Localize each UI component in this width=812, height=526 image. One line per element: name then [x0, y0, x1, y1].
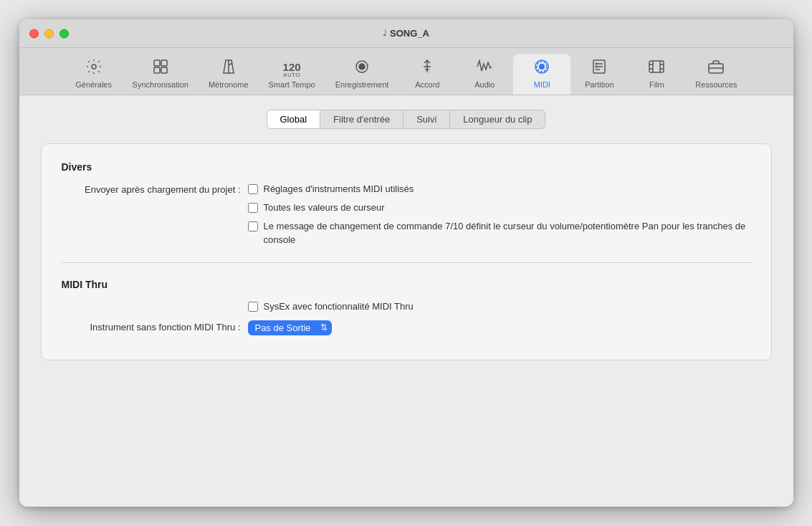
tuner-icon — [419, 58, 436, 78]
toolbar-item-ressources[interactable]: Ressources — [685, 54, 747, 95]
checkbox-row-3: Le message de changement de commande 7/1… — [248, 220, 751, 246]
main-window: ♩ SONG_A Générales — [19, 19, 793, 507]
instrument-dropdown-row: Pas de Sortie Sortie 1 Sortie 2 ⇅ — [248, 320, 332, 335]
toolbar-label-accord: Accord — [415, 80, 439, 89]
tab-suivi[interactable]: Suivi — [403, 110, 450, 129]
toolbar: Générales Synchronisation — [19, 48, 793, 95]
midi-icon — [533, 58, 550, 78]
metronome-icon — [220, 58, 237, 78]
checkbox-row-1: Réglages d'instruments MIDI utilisés — [248, 183, 751, 196]
sysex-checkbox-row: SysEx avec fonctionnalité MIDI Thru — [248, 300, 414, 313]
toolbar-label-ressources: Ressources — [695, 80, 737, 89]
instrument-thru-content: Pas de Sortie Sortie 1 Sortie 2 ⇅ — [248, 320, 332, 335]
sheet-icon — [591, 58, 608, 78]
toolbar-label-film: Film — [649, 80, 664, 89]
toolbar-item-midi[interactable]: MIDI — [513, 54, 570, 95]
gear-icon — [85, 58, 102, 78]
traffic-lights — [29, 29, 69, 38]
svg-point-8 — [359, 64, 365, 70]
divers-title: Divers — [62, 161, 751, 173]
sysex-row: SysEx avec fonctionnalité MIDI Thru — [62, 300, 751, 313]
audio-icon — [476, 58, 493, 78]
divers-checkboxes: Réglages d'instruments MIDI utilisés Tou… — [248, 183, 751, 247]
smart-tempo-icon: 120 AUTO — [283, 62, 301, 78]
toolbar-item-metronome[interactable]: Métronome — [199, 54, 259, 95]
tab-bar: Global Filtre d'entrée Suivi Longueur du… — [41, 110, 772, 129]
checkbox-commande-label: Le message de changement de commande 7/1… — [264, 220, 751, 246]
titlebar: ♩ SONG_A — [19, 19, 793, 48]
checkbox-row-2: Toutes les valeurs de curseur — [248, 201, 751, 214]
toolbar-label-audio: Audio — [474, 80, 495, 89]
svg-point-10 — [539, 64, 545, 70]
section-divider — [62, 262, 751, 263]
svg-point-17 — [596, 66, 598, 68]
midi-thru-title: MIDI Thru — [62, 279, 751, 290]
film-icon — [648, 58, 665, 78]
checkbox-curseurs-label: Toutes les valeurs de curseur — [264, 201, 385, 214]
instrument-thru-row: Instrument sans fonction MIDI Thru : Pas… — [62, 320, 751, 335]
tab-suivi-label: Suivi — [416, 114, 436, 125]
toolbar-item-smart-tempo[interactable]: 120 AUTO Smart Tempo — [259, 57, 325, 95]
send-label: Envoyer après chargement du projet : — [62, 183, 248, 195]
window-title: ♩ SONG_A — [383, 28, 429, 39]
toolbar-item-synchronisation[interactable]: Synchronisation — [123, 54, 199, 95]
record-icon — [353, 58, 371, 78]
toolbar-item-partition[interactable]: Partition — [570, 54, 628, 95]
minimize-button[interactable] — [44, 29, 54, 38]
toolbar-label-partition: Partition — [585, 80, 613, 89]
svg-rect-3 — [154, 67, 160, 73]
title-text: SONG_A — [390, 28, 429, 39]
checkbox-instruments-label: Réglages d'instruments MIDI utilisés — [264, 183, 414, 196]
instrument-thru-label: Instrument sans fonction MIDI Thru : — [62, 320, 248, 333]
sync-icon — [152, 58, 169, 78]
toolbar-item-film[interactable]: Film — [628, 54, 685, 95]
toolbar-item-generales[interactable]: Générales — [65, 54, 123, 95]
sysex-content: SysEx avec fonctionnalité MIDI Thru — [248, 300, 414, 313]
maximize-button[interactable] — [59, 29, 69, 38]
checkbox-instruments[interactable] — [248, 184, 258, 194]
svg-rect-18 — [649, 61, 664, 72]
toolbar-label-synchronisation: Synchronisation — [133, 80, 188, 89]
toolbar-label-smart-tempo: Smart Tempo — [269, 80, 315, 89]
svg-rect-4 — [161, 67, 167, 73]
instrument-select[interactable]: Pas de Sortie Sortie 1 Sortie 2 — [248, 320, 332, 335]
toolbar-label-metronome: Métronome — [209, 80, 249, 89]
tab-longueur[interactable]: Longueur du clip — [450, 110, 545, 129]
checkbox-commande[interactable] — [248, 221, 258, 231]
checkbox-curseurs[interactable] — [248, 203, 258, 213]
title-icon: ♩ — [383, 29, 386, 38]
svg-rect-2 — [161, 60, 167, 66]
tab-filtre[interactable]: Filtre d'entrée — [320, 110, 403, 129]
settings-panel: Divers Envoyer après chargement du proje… — [41, 143, 772, 360]
tab-longueur-label: Longueur du clip — [463, 114, 532, 125]
toolbar-label-enregistrement: Enregistrement — [335, 80, 389, 89]
svg-point-16 — [596, 63, 598, 65]
tempo-auto: AUTO — [283, 72, 300, 78]
toolbar-item-audio[interactable]: Audio — [456, 54, 513, 95]
content-area: Global Filtre d'entrée Suivi Longueur du… — [19, 95, 793, 507]
toolbar-label-midi: MIDI — [534, 80, 550, 89]
close-button[interactable] — [29, 29, 39, 38]
tab-global[interactable]: Global — [267, 110, 321, 129]
sysex-label: SysEx avec fonctionnalité MIDI Thru — [264, 300, 414, 313]
send-after-load-row: Envoyer après chargement du projet : Rég… — [62, 183, 751, 247]
toolbar-item-accord[interactable]: Accord — [398, 54, 456, 95]
svg-point-0 — [92, 64, 96, 69]
tab-filtre-label: Filtre d'entrée — [333, 114, 390, 125]
tempo-number: 120 — [283, 62, 301, 72]
briefcase-icon — [707, 58, 725, 78]
toolbar-item-enregistrement[interactable]: Enregistrement — [325, 54, 399, 95]
toolbar-label-generales: Générales — [75, 80, 112, 89]
tab-global-label: Global — [280, 114, 307, 125]
checkbox-sysex[interactable] — [248, 302, 258, 312]
instrument-select-wrapper: Pas de Sortie Sortie 1 Sortie 2 ⇅ — [248, 320, 332, 335]
sysex-spacer — [62, 300, 248, 302]
svg-rect-1 — [154, 60, 160, 66]
